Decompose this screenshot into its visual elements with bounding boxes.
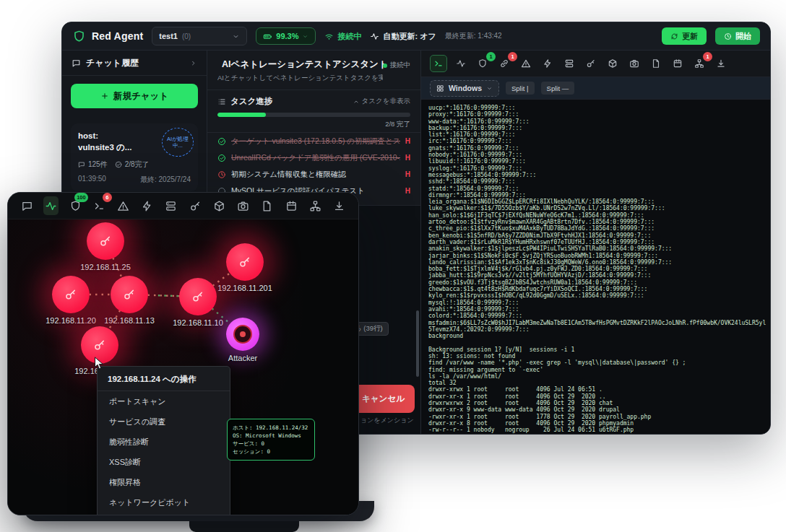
context-menu-item[interactable]: サービスの調査 (98, 411, 230, 432)
download-icon[interactable] (332, 196, 347, 215)
context-menu-item[interactable]: ポートスキャン (98, 391, 230, 411)
battery-indicator[interactable]: 99.3% (256, 27, 316, 45)
last-update-label: 最終更新: 1:43:42 (445, 31, 502, 41)
task-label: 初期システム情報収集と権限確認 (231, 170, 400, 180)
attacker-node[interactable]: Attacker (226, 318, 259, 351)
node-ip-label: 192.168.11.201 (217, 284, 272, 292)
context-menu-title: 192.168.11.24 への操作 (98, 367, 230, 391)
host-node[interactable]: 192.168.11.10 (179, 278, 217, 315)
task-priority-badge: H (405, 154, 410, 162)
context-menu-item[interactable]: ラテラルムーブメント (98, 513, 230, 515)
pulse-icon[interactable] (43, 196, 59, 215)
camera-icon[interactable] (626, 56, 642, 71)
chat-duration: 01:39:50 (78, 175, 106, 185)
task-done-count: 2/8完了 (125, 160, 150, 170)
pulse-icon[interactable] (453, 56, 469, 71)
task-status-icon (217, 170, 226, 179)
task-priority-badge: H (405, 170, 410, 178)
check-circle-icon (115, 161, 122, 168)
host-node[interactable]: 192.168.11.25 (87, 222, 124, 260)
chat-list-item[interactable]: host: vulnsite3 の... AIが処理中... 125件 2/8完… (71, 123, 198, 191)
notification-badge: 1 (486, 52, 496, 61)
split-horizontal-button[interactable]: Split — (541, 82, 575, 95)
chat-item-times: 01:39:50 最終: 2025/7/24 (78, 175, 191, 185)
task-row[interactable]: ターゲット vulnsite3 (172.18.0.5) の初期調査とスキャン実… (207, 133, 420, 149)
context-menu-item[interactable]: ネットワークピボット (98, 492, 230, 513)
doc-icon[interactable] (648, 56, 664, 71)
hide-tasks-button[interactable]: タスクを非表示 (353, 97, 410, 106)
box-icon[interactable] (212, 196, 227, 215)
cancel-button[interactable]: キャンセル (352, 385, 415, 413)
terminal-icon[interactable] (430, 55, 447, 72)
windows-select[interactable]: Windows (430, 80, 499, 97)
chat-item-stats: 125件 2/8完了 (78, 160, 191, 170)
calendar-icon[interactable] (283, 196, 298, 215)
sitemap-icon[interactable]: 1 (691, 56, 707, 71)
screen: Red Agent test1 (0) 99.3% 接続中 自動更新: オフ (0, 0, 786, 532)
sitemap-icon[interactable] (308, 196, 323, 215)
bolt-icon[interactable] (540, 56, 556, 71)
notification-badge: 1 (703, 52, 712, 61)
task-priority-badge: H (405, 187, 410, 195)
bolt-icon[interactable] (139, 196, 155, 215)
refresh-icon (670, 32, 678, 40)
network-graph-canvas[interactable]: 192.168.11.25192.168.11.201192.168.11.20… (8, 219, 358, 515)
progress-track (217, 113, 410, 117)
task-label: UnrealIRCd バックドア脆弱性の悪用 (CVE-2010-2075) -… (231, 153, 400, 163)
app-header: Red Agent test1 (0) 99.3% 接続中 自動更新: オフ (62, 22, 770, 51)
host-node[interactable]: 192.168.11.20 (52, 276, 90, 313)
ai-processing-badge: AIが処理中... (162, 128, 194, 157)
chevron-down-icon (302, 33, 308, 40)
auto-update-toggle[interactable]: 自動更新: オフ (370, 31, 436, 42)
context-menu-item[interactable]: 権限昇格 (98, 472, 230, 492)
host-node[interactable]: 192.168.11.13 (111, 276, 148, 313)
warning-icon[interactable] (116, 196, 131, 215)
calendar-icon[interactable] (670, 56, 686, 71)
tooltip-line: セッション: 0 (233, 448, 309, 455)
app-brand: Red Agent (72, 30, 143, 43)
task-row[interactable]: 初期システム情報収集と権限確認H (207, 166, 420, 183)
key-icon (238, 256, 251, 269)
key-icon[interactable] (188, 196, 203, 215)
shield-icon[interactable]: 100 (67, 196, 82, 215)
key-icon[interactable] (583, 56, 599, 71)
host-circle (87, 222, 124, 260)
task-label: ターゲット vulnsite3 (172.18.0.5) の初期調査とスキャン実… (231, 136, 400, 147)
context-menu-item[interactable]: 脆弱性診断 (98, 432, 230, 452)
host-node[interactable]: 192.168.11.201 (226, 243, 264, 281)
split-vertical-button[interactable]: Split | (506, 82, 535, 95)
layers-icon[interactable] (163, 196, 178, 215)
activity-icon (370, 32, 379, 41)
chat-last-update: 最終: 2025/7/24 (140, 175, 191, 185)
session-select[interactable]: test1 (0) (152, 27, 247, 45)
box-icon[interactable] (605, 56, 621, 71)
link-icon[interactable]: 1 (496, 56, 512, 71)
terminal-output[interactable]: uucp:*:16176:0:99999:7::: proxy:*:16176:… (421, 100, 770, 434)
chat-icon (78, 161, 85, 168)
chat-history-header[interactable]: チャット履歴 (62, 51, 207, 76)
chevron-down-icon (486, 85, 493, 92)
network-map-window: 1006 192.168.11.25192.168.11.201192.168.… (7, 192, 359, 515)
attacker-circle (226, 318, 259, 351)
layers-icon[interactable] (561, 56, 577, 71)
chat-icon[interactable] (20, 196, 35, 215)
warning-icon[interactable] (518, 56, 534, 71)
host-circle (111, 276, 148, 313)
key-icon (191, 290, 204, 303)
refresh-button[interactable]: 更新 (662, 27, 707, 45)
assistant-status: 接続中 (390, 61, 411, 70)
terminal-icon[interactable]: 6 (92, 196, 107, 215)
app-title: Red Agent (92, 30, 143, 42)
task-row[interactable]: UnrealIRCd バックドア脆弱性の悪用 (CVE-2010-2075) -… (207, 149, 420, 166)
doc-icon[interactable] (259, 196, 275, 215)
shield-icon[interactable]: 1 (475, 56, 491, 71)
start-button[interactable]: 開始 (715, 27, 760, 45)
task-status-icon (217, 137, 226, 146)
grid-icon (436, 84, 444, 92)
scrollbar[interactable] (416, 310, 419, 377)
context-menu-item[interactable]: XSS診断 (98, 452, 230, 472)
session-name: test1 (159, 32, 178, 40)
camera-icon[interactable] (236, 196, 251, 215)
download-icon[interactable] (713, 56, 729, 71)
new-chat-button[interactable]: 新規チャット (71, 84, 198, 108)
